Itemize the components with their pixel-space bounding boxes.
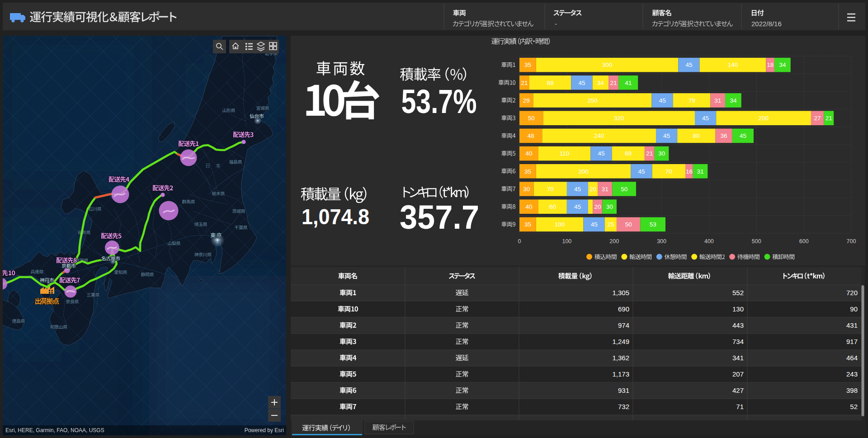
svg-text:70: 70: [547, 186, 554, 193]
svg-text:917: 917: [846, 338, 858, 345]
svg-text:1,173: 1,173: [612, 370, 629, 378]
svg-text:140: 140: [728, 61, 738, 68]
svg-text:300: 300: [602, 61, 613, 68]
svg-text:88: 88: [547, 80, 554, 86]
svg-text:21: 21: [610, 80, 617, 86]
svg-text:35: 35: [524, 61, 531, 68]
svg-text:40: 40: [525, 150, 532, 157]
svg-text:41: 41: [625, 80, 632, 86]
svg-text:45: 45: [574, 186, 581, 193]
svg-text:2022/8/16: 2022/8/16: [751, 20, 782, 28]
svg-text:31: 31: [602, 186, 609, 193]
svg-text:45: 45: [702, 115, 709, 122]
svg-text:398: 398: [846, 386, 858, 394]
svg-text:30: 30: [606, 203, 613, 210]
svg-text:110: 110: [560, 150, 570, 157]
svg-text:45: 45: [591, 221, 598, 228]
svg-text:40: 40: [525, 203, 532, 210]
svg-text:500: 500: [752, 238, 761, 245]
svg-text:734: 734: [732, 338, 744, 345]
svg-text:50: 50: [528, 115, 535, 122]
svg-text:71: 71: [736, 403, 744, 410]
svg-text:45: 45: [638, 168, 645, 175]
svg-text:427: 427: [732, 386, 744, 394]
svg-text:700: 700: [847, 238, 856, 245]
svg-text:243: 243: [846, 370, 858, 378]
svg-text:200: 200: [759, 115, 769, 122]
svg-text:45: 45: [574, 203, 581, 210]
svg-text:690: 690: [618, 305, 629, 313]
svg-text:357.7: 357.7: [400, 198, 479, 236]
svg-text:25: 25: [607, 221, 614, 228]
svg-text:1,249: 1,249: [612, 338, 629, 345]
svg-text:300: 300: [657, 238, 666, 245]
svg-text:52: 52: [850, 403, 858, 410]
svg-text:250: 250: [587, 97, 598, 104]
svg-text:60: 60: [549, 203, 556, 210]
svg-text:100: 100: [555, 221, 565, 228]
svg-text:34: 34: [730, 97, 737, 104]
svg-text:341: 341: [732, 354, 744, 362]
svg-text:35: 35: [524, 221, 531, 228]
svg-text:240: 240: [594, 132, 604, 139]
svg-text:720: 720: [846, 289, 858, 297]
svg-text:20: 20: [590, 186, 596, 193]
svg-text:70: 70: [665, 168, 672, 175]
svg-text:48: 48: [528, 132, 534, 139]
svg-text:90: 90: [850, 305, 858, 313]
svg-text:207: 207: [732, 370, 744, 378]
svg-text:100: 100: [562, 238, 571, 245]
svg-text:Esri, HERE, Garmin, FAO, NOAA,: Esri, HERE, Garmin, FAO, NOAA, USGS: [5, 427, 104, 433]
svg-text:1,362: 1,362: [612, 354, 629, 362]
svg-text:53: 53: [650, 221, 656, 228]
svg-text:69: 69: [625, 150, 632, 157]
svg-text:34: 34: [779, 61, 786, 68]
svg-text:200: 200: [578, 168, 589, 175]
svg-text:79: 79: [689, 97, 695, 104]
svg-text:50: 50: [621, 186, 627, 193]
svg-text:931: 931: [618, 386, 629, 394]
svg-text:21: 21: [826, 115, 832, 122]
svg-text:30: 30: [658, 150, 665, 157]
svg-text:-: -: [555, 20, 557, 28]
svg-text:31: 31: [714, 97, 721, 104]
svg-text:431: 431: [846, 321, 858, 329]
svg-text:400: 400: [704, 238, 714, 245]
svg-text:53.7%: 53.7%: [401, 83, 477, 120]
svg-text:31: 31: [697, 168, 703, 175]
svg-text:20: 20: [594, 203, 601, 210]
svg-text:35: 35: [524, 168, 531, 175]
svg-text:464: 464: [846, 354, 858, 362]
svg-text:21: 21: [521, 80, 528, 86]
svg-text:21: 21: [646, 150, 653, 157]
svg-text:732: 732: [618, 403, 629, 410]
svg-text:Powered by Esri: Powered by Esri: [245, 427, 284, 433]
svg-text:34: 34: [597, 80, 604, 86]
svg-text:552: 552: [732, 289, 744, 297]
svg-text:1,305: 1,305: [612, 289, 629, 297]
svg-text:45: 45: [740, 132, 746, 139]
svg-text:443: 443: [732, 321, 744, 329]
svg-text:0: 0: [518, 238, 521, 245]
svg-text:50: 50: [625, 221, 632, 228]
svg-text:45: 45: [598, 150, 604, 157]
svg-text:36: 36: [720, 132, 727, 139]
svg-text:45: 45: [685, 61, 692, 68]
svg-text:974: 974: [618, 321, 629, 329]
svg-text:200: 200: [609, 238, 619, 245]
svg-text:18: 18: [767, 61, 774, 68]
svg-text:45: 45: [578, 80, 585, 86]
svg-text:600: 600: [799, 238, 809, 245]
svg-text:45: 45: [659, 97, 666, 104]
svg-text:29: 29: [523, 97, 530, 104]
svg-text:80: 80: [693, 132, 700, 139]
svg-text:320: 320: [614, 115, 624, 122]
svg-text:1,074.8: 1,074.8: [302, 204, 369, 229]
svg-text:130: 130: [732, 305, 744, 313]
svg-text:45: 45: [663, 132, 670, 139]
svg-text:16: 16: [686, 168, 693, 175]
svg-text:27: 27: [814, 115, 821, 122]
svg-text:30: 30: [523, 186, 530, 193]
